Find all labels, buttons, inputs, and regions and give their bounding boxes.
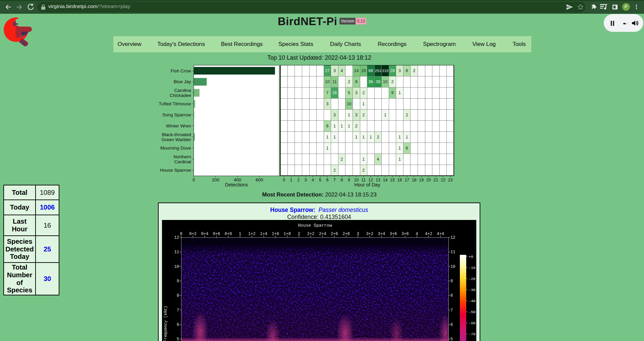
svg-text:P: P <box>624 4 627 9</box>
svg-text:4: 4 <box>312 178 314 182</box>
svg-text:5: 5 <box>348 91 350 95</box>
svg-text:16: 16 <box>397 178 402 182</box>
svg-text:39: 39 <box>376 79 380 84</box>
svg-text:12: 12 <box>174 235 179 240</box>
svg-text:23: 23 <box>448 178 453 182</box>
svg-text:9: 9 <box>355 79 358 84</box>
svg-text:11: 11 <box>174 250 179 254</box>
svg-text:3: 3 <box>333 68 336 73</box>
svg-text:7: 7 <box>450 308 453 313</box>
svg-text:27: 27 <box>325 68 330 73</box>
svg-text:13: 13 <box>376 178 380 182</box>
svg-text:3: 3 <box>333 113 336 117</box>
svg-text:8: 8 <box>177 293 179 298</box>
svg-text:0: 0 <box>193 177 195 182</box>
svg-text:14: 14 <box>354 68 359 73</box>
svg-text:2: 2 <box>341 157 343 162</box>
svg-text:11: 11 <box>450 250 455 254</box>
svg-text:10: 10 <box>354 178 359 182</box>
svg-text:0: 0 <box>283 178 285 182</box>
svg-text:8: 8 <box>450 293 453 298</box>
svg-text:3: 3 <box>355 113 358 117</box>
svg-text:28: 28 <box>390 68 395 73</box>
svg-text:2: 2 <box>362 113 365 117</box>
svg-text:3: 3 <box>326 102 328 106</box>
svg-text:18: 18 <box>412 178 417 182</box>
svg-text:9: 9 <box>348 178 350 182</box>
svg-text:20: 20 <box>426 178 431 182</box>
svg-text:1: 1 <box>348 113 350 117</box>
svg-text:1: 1 <box>398 146 401 151</box>
svg-text:1: 1 <box>326 146 328 151</box>
svg-text:3: 3 <box>398 68 401 73</box>
svg-text:2: 2 <box>333 168 336 173</box>
svg-text:36: 36 <box>368 79 373 84</box>
svg-text:12: 12 <box>450 235 455 240</box>
svg-text:1: 1 <box>362 135 365 139</box>
svg-text:26: 26 <box>332 91 337 95</box>
svg-text:1: 1 <box>290 178 292 182</box>
svg-text:Cardinal: Cardinal <box>174 159 191 164</box>
svg-text:319: 319 <box>382 69 388 73</box>
svg-text:6: 6 <box>177 323 179 327</box>
svg-text:2: 2 <box>362 91 365 95</box>
svg-text:Green Warbler: Green Warbler <box>161 137 191 142</box>
svg-text:16: 16 <box>361 68 366 73</box>
svg-text:1: 1 <box>326 135 328 139</box>
svg-text:22: 22 <box>441 178 445 182</box>
svg-text:2: 2 <box>391 79 394 84</box>
svg-text:9: 9 <box>450 279 453 284</box>
svg-text:4: 4 <box>377 157 379 162</box>
svg-text:1: 1 <box>406 135 408 139</box>
svg-text:-60: -60 <box>469 321 476 325</box>
svg-text:5: 5 <box>450 337 453 341</box>
svg-text:-50: -50 <box>469 310 476 314</box>
svg-text:68: 68 <box>368 68 373 73</box>
svg-text:-30: -30 <box>469 288 476 292</box>
svg-text:-70: -70 <box>469 332 476 336</box>
svg-text:4: 4 <box>341 68 343 73</box>
svg-text:11: 11 <box>361 178 366 182</box>
svg-text:10: 10 <box>450 265 455 269</box>
svg-text:2: 2 <box>297 178 300 182</box>
svg-text:5: 5 <box>177 337 179 341</box>
svg-text:House Sparrow: House Sparrow <box>160 168 191 173</box>
svg-text:2: 2 <box>406 113 408 117</box>
svg-text:1: 1 <box>333 124 336 128</box>
svg-text:600: 600 <box>256 177 263 182</box>
svg-text:Tufted Titmouse: Tufted Titmouse <box>159 101 191 106</box>
svg-text:Chickadee: Chickadee <box>170 93 191 98</box>
svg-text:11: 11 <box>332 79 337 84</box>
svg-text:6: 6 <box>326 178 328 182</box>
svg-text:Hour of Day: Hour of Day <box>354 182 380 187</box>
svg-text:6: 6 <box>450 323 453 327</box>
svg-text:6: 6 <box>406 146 408 151</box>
svg-text:6: 6 <box>326 124 328 128</box>
svg-text:1: 1 <box>398 157 401 162</box>
svg-text:3: 3 <box>305 178 307 182</box>
svg-text:2: 2 <box>362 168 365 173</box>
svg-text:1: 1 <box>333 135 336 139</box>
svg-text:10: 10 <box>325 79 330 84</box>
svg-text:Winter Wren: Winter Wren <box>166 123 191 128</box>
svg-text:17: 17 <box>405 178 409 182</box>
svg-text:Frequency (kHz): Frequency (kHz) <box>163 306 168 341</box>
svg-text:1: 1 <box>398 135 401 139</box>
svg-text:Detections: Detections <box>225 182 248 187</box>
svg-text:Carolina: Carolina <box>174 88 191 93</box>
svg-text:1: 1 <box>348 124 350 128</box>
svg-text:14: 14 <box>383 178 387 182</box>
svg-text:+0: +0 <box>469 254 473 259</box>
svg-text:2: 2 <box>348 79 350 84</box>
svg-text:7: 7 <box>333 178 336 182</box>
svg-text:Northern: Northern <box>173 154 191 159</box>
svg-text:12: 12 <box>368 178 373 182</box>
svg-text:Black-throated: Black-throated <box>162 132 191 137</box>
svg-text:House Sparrow: House Sparrow <box>298 223 332 228</box>
svg-text:7: 7 <box>177 308 179 313</box>
svg-text:2: 2 <box>377 135 379 139</box>
svg-text:Fish Crow: Fish Crow <box>171 68 191 73</box>
svg-text:10: 10 <box>347 102 352 106</box>
svg-text:19: 19 <box>419 178 424 182</box>
svg-text:1: 1 <box>362 157 365 162</box>
